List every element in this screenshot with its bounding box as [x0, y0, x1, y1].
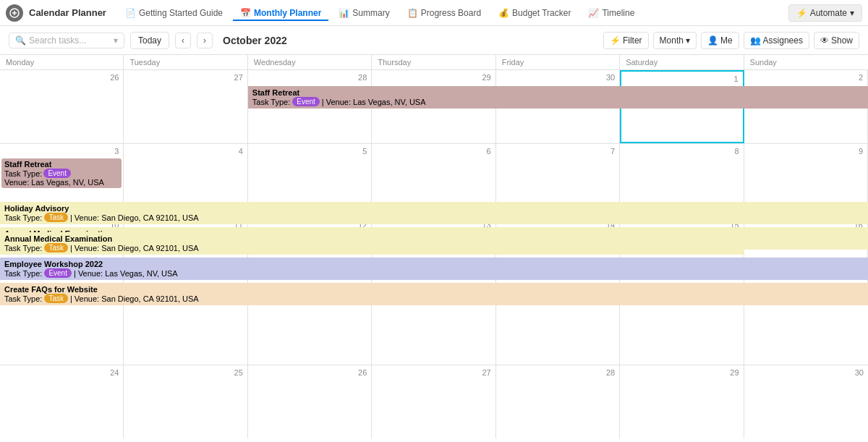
header-tuesday: Tuesday	[124, 55, 247, 69]
holiday-advisory-container: Holiday Advisory Task Type: Task | Venue…	[0, 202, 868, 224]
header-wednesday: Wednesday	[248, 55, 372, 69]
nav-right: ⚡ Automate ▾	[788, 4, 862, 22]
automate-button[interactable]: ⚡ Automate ▾	[788, 4, 862, 22]
event-detail: Task Type: Task | Venue: San Diego, CA 9…	[4, 213, 864, 222]
tab-monthly-planner[interactable]: 📅 Monthly Planner	[233, 5, 328, 21]
event-tag: Event	[44, 268, 72, 278]
tab-summary[interactable]: 📊 Summary	[331, 5, 396, 21]
me-button[interactable]: 👤 Me	[701, 32, 739, 49]
create-faqs-container: Create FAQs for Website Task Type: Task …	[0, 283, 868, 305]
task-tag: Task	[44, 294, 68, 303]
staff-retreat-event-w1[interactable]: Staff Retreat Task Type: Event | Venue: …	[248, 86, 868, 109]
cell-nov-24[interactable]: 24	[0, 365, 124, 438]
search-icon: 🔍	[15, 35, 26, 46]
employee-workshop-container: Employee Workshop 2022 Task Type: Event …	[0, 258, 868, 280]
cell-nov-29[interactable]: 29	[620, 365, 744, 438]
search-box[interactable]: 🔍 Search tasks... ▾	[9, 33, 124, 48]
filter-icon: ⚡	[610, 35, 621, 46]
staff-retreat-w1-container: Staff Retreat Task Type: Event | Venue: …	[248, 86, 868, 109]
cell-nov-27[interactable]: 27	[372, 365, 495, 438]
week-2: 3 Staff Retreat Task Type: Event Venue: …	[0, 144, 868, 218]
assignees-icon: 👥	[750, 35, 761, 46]
assignees-button[interactable]: 👥 Assignees	[744, 32, 809, 49]
cell-oct-26[interactable]: 26	[0, 70, 124, 143]
event-title: Staff Retreat	[4, 160, 119, 169]
calendar-weeks: 26 27 28 29 30 1 2 Staff Retreat Task Ty…	[0, 70, 868, 438]
summary-icon: 📊	[339, 8, 349, 18]
header-thursday: Thursday	[372, 55, 495, 69]
toolbar: 🔍 Search tasks... ▾ Today ‹ › October 20…	[0, 26, 868, 55]
cell-nov-25[interactable]: 25	[124, 365, 247, 438]
cell-nov-28[interactable]: 28	[496, 365, 620, 438]
prev-month-button[interactable]: ‹	[175, 33, 191, 48]
chevron-down-icon: ▾	[850, 8, 854, 18]
event-detail: Task Type: Task | Venue: San Diego, CA 9…	[4, 243, 740, 252]
cell-oct-27[interactable]: 27	[124, 70, 247, 143]
monthly-planner-icon: 📅	[240, 8, 251, 18]
event-title: Create FAQs for Website	[4, 285, 864, 294]
getting-started-icon: 📄	[125, 8, 136, 18]
app-icon	[6, 4, 23, 22]
next-month-button[interactable]: ›	[197, 33, 213, 48]
tab-getting-started[interactable]: 📄 Getting Started Guide	[118, 5, 230, 21]
event-title: Holiday Advisory	[4, 204, 864, 213]
eye-icon: 👁	[820, 35, 829, 46]
week-5: 24 25 26 27 28 29 30	[0, 365, 868, 438]
event-tag: Event	[292, 97, 320, 106]
today-button[interactable]: Today	[130, 32, 169, 49]
event-detail: Task Type: Event | Venue: Las Vegas, NV,…	[252, 97, 864, 106]
task-tag: Task	[44, 243, 68, 252]
event-detail: Task Type: Event | Venue: Las Vegas, NV,…	[4, 268, 864, 278]
event-title: Annual Medical Examination	[4, 234, 740, 243]
header-saturday: Saturday	[620, 55, 744, 69]
annual-medical-w3-container: Annual Medical Examination Task Type: Ta…	[0, 232, 744, 255]
header-sunday: Sunday	[744, 55, 868, 69]
event-detail: Task Type: Event	[4, 169, 119, 178]
event-title: Staff Retreat	[252, 88, 864, 97]
holiday-advisory-event[interactable]: Holiday Advisory Task Type: Task | Venue…	[0, 202, 868, 224]
toolbar-right: ⚡ Filter Month ▾ 👤 Me 👥 Assignees 👁 Show	[603, 32, 859, 49]
top-navigation: Calendar Planner 📄 Getting Started Guide…	[0, 0, 868, 26]
timeline-icon: 📈	[588, 8, 599, 18]
annual-medical-w3-event[interactable]: Annual Medical Examination Task Type: Ta…	[0, 232, 744, 255]
header-friday: Friday	[496, 55, 620, 69]
filter-button[interactable]: ⚡ Filter	[603, 32, 649, 49]
event-tag: Event	[43, 169, 71, 178]
user-icon: 👤	[707, 35, 718, 46]
event-title: Employee Workshop 2022	[4, 260, 864, 268]
tab-timeline[interactable]: 📈 Timeline	[581, 5, 642, 21]
automate-icon: ⚡	[796, 8, 807, 18]
app-title: Calendar Planner	[29, 7, 106, 18]
event-detail: Task Type: Task | Venue: San Diego, CA 9…	[4, 294, 864, 303]
week-1: 26 27 28 29 30 1 2 Staff Retreat Task Ty…	[0, 70, 868, 144]
cell-nov-26[interactable]: 26	[248, 365, 372, 438]
budget-tracker-icon: 💰	[498, 8, 509, 18]
staff-retreat-cell[interactable]: Staff Retreat Task Type: Event Venue: La…	[1, 158, 122, 188]
show-button[interactable]: 👁 Show	[814, 32, 859, 49]
task-tag: Task	[44, 213, 68, 222]
chevron-down-icon: ▾	[686, 35, 690, 46]
tab-budget-tracker[interactable]: 💰 Budget Tracker	[491, 5, 578, 21]
header-monday: Monday	[0, 55, 124, 69]
create-faqs-event[interactable]: Create FAQs for Website Task Type: Task …	[0, 283, 868, 305]
progress-board-icon: 📋	[407, 8, 418, 18]
chevron-down-icon: ▾	[114, 35, 118, 46]
employee-workshop-event[interactable]: Employee Workshop 2022 Task Type: Event …	[0, 258, 868, 280]
current-month: October 2022	[223, 35, 287, 46]
month-button[interactable]: Month ▾	[653, 32, 697, 49]
day-headers: Monday Tuesday Wednesday Thursday Friday…	[0, 55, 868, 70]
cell-nov-30[interactable]: 30	[744, 365, 868, 438]
tab-progress-board[interactable]: 📋 Progress Board	[400, 5, 488, 21]
calendar-container: Monday Tuesday Wednesday Thursday Friday…	[0, 55, 868, 442]
